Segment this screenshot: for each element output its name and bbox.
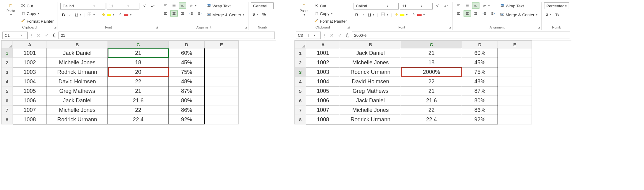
row-header-5[interactable]: 5 — [2, 86, 13, 96]
column-header-E[interactable]: E — [205, 41, 239, 48]
cell-D5[interactable]: 87% — [169, 86, 205, 96]
align-top-button[interactable] — [162, 2, 169, 9]
cell-B1[interactable]: Jack Daniel — [47, 48, 108, 58]
align-left-button[interactable] — [162, 10, 169, 17]
cell-E6[interactable] — [498, 96, 532, 105]
cell-A2[interactable]: 1002 — [306, 58, 340, 67]
dialog-launcher-icon[interactable]: ◢ — [347, 26, 350, 29]
column-header-B[interactable]: B — [340, 41, 401, 48]
paste-button[interactable]: Paste ▼ — [4, 2, 18, 17]
row-header-6[interactable]: 6 — [295, 96, 306, 105]
align-middle-button[interactable] — [170, 2, 178, 9]
cell-A4[interactable]: 1004 — [13, 77, 47, 86]
increase-font-button[interactable]: A — [141, 2, 148, 10]
align-right-button[interactable] — [179, 10, 186, 17]
dialog-launcher-icon[interactable]: ◢ — [538, 26, 540, 29]
formula-input[interactable]: 21 — [59, 32, 275, 39]
cell-D4[interactable]: 48% — [169, 77, 205, 86]
cell-A8[interactable]: 1008 — [13, 115, 47, 124]
italic-button[interactable]: I — [361, 12, 365, 18]
merge-center-button[interactable]: Merge & Center▾ — [498, 11, 539, 18]
cell-E8[interactable] — [205, 115, 239, 124]
cell-B5[interactable]: Greg Mathews — [340, 86, 401, 96]
cell-E4[interactable] — [205, 77, 239, 86]
cell-C7[interactable]: 22 — [108, 105, 169, 115]
align-center-button[interactable] — [464, 10, 471, 17]
cell-A4[interactable]: 1004 — [306, 77, 340, 86]
format-painter-button[interactable]: Format Painter — [20, 18, 55, 25]
cell-C2[interactable]: 18 — [401, 58, 462, 67]
font-color-button[interactable]: A▾ — [117, 11, 133, 18]
orientation-button[interactable]: ab▾ — [188, 2, 198, 9]
formula-input[interactable]: 2000% — [352, 32, 570, 39]
cell-E5[interactable] — [205, 86, 239, 96]
row-header-3[interactable]: 3 — [2, 67, 13, 77]
increase-font-button[interactable]: A — [434, 2, 441, 10]
italic-button[interactable]: I — [68, 12, 72, 18]
align-right-button[interactable] — [472, 10, 479, 17]
select-all-corner[interactable] — [2, 41, 13, 48]
cell-B1[interactable]: Jack Daniel — [340, 48, 401, 58]
paste-button[interactable]: Paste ▼ — [297, 2, 311, 17]
enter-formula-button[interactable]: ✓ — [44, 32, 50, 38]
align-center-button[interactable] — [170, 10, 178, 17]
fx-icon[interactable]: fx — [345, 32, 350, 38]
cell-A3[interactable]: 1003 — [13, 67, 47, 77]
cell-A6[interactable]: 1006 — [306, 96, 340, 105]
row-header-3[interactable]: 3 — [295, 67, 306, 77]
cell-E7[interactable] — [498, 105, 532, 115]
select-all-corner[interactable] — [295, 41, 306, 48]
fill-color-button[interactable]: ▾ — [393, 11, 409, 18]
decrease-indent-button[interactable] — [481, 10, 488, 17]
cell-C3[interactable]: 20 — [108, 67, 169, 77]
dialog-launcher-icon[interactable]: ◢ — [156, 26, 158, 29]
column-header-D[interactable]: D — [169, 41, 205, 48]
cell-C6[interactable]: 21.6 — [401, 96, 462, 105]
cell-D8[interactable]: 92% — [462, 115, 498, 124]
cell-E4[interactable] — [498, 77, 532, 86]
cell-A3[interactable]: 1003 — [306, 67, 340, 77]
cell-D3[interactable]: 75% — [169, 67, 205, 77]
row-header-1[interactable]: 1 — [2, 48, 13, 58]
column-header-A[interactable]: A — [13, 41, 47, 48]
cell-C8[interactable]: 22.4 — [401, 115, 462, 124]
cell-B5[interactable]: Greg Mathews — [47, 86, 108, 96]
cancel-formula-button[interactable]: ✕ — [328, 32, 335, 38]
cell-D1[interactable]: 60% — [169, 48, 205, 58]
cell-E3[interactable] — [205, 67, 239, 77]
column-header-C[interactable]: C — [401, 41, 462, 48]
cell-D2[interactable]: 45% — [169, 58, 205, 67]
column-header-E[interactable]: E — [498, 41, 532, 48]
row-header-5[interactable]: 5 — [295, 86, 306, 96]
dialog-launcher-icon[interactable]: ◢ — [449, 26, 451, 29]
number-format-combo[interactable]: General — [251, 2, 274, 9]
cell-C4[interactable]: 22 — [108, 77, 169, 86]
cell-B7[interactable]: Michelle Jones — [47, 105, 108, 115]
percent-button[interactable]: % — [261, 11, 267, 17]
increase-indent-button[interactable] — [489, 10, 497, 17]
underline-button[interactable]: U▾ — [73, 12, 82, 18]
name-box[interactable]: C1▾ — [2, 32, 28, 39]
dialog-launcher-icon[interactable]: ◢ — [54, 26, 56, 29]
orientation-button[interactable]: ab▾ — [481, 2, 491, 9]
row-header-2[interactable]: 2 — [2, 58, 13, 67]
fx-icon[interactable]: fx — [52, 32, 57, 38]
merge-center-button[interactable]: Merge & Center▾ — [205, 11, 246, 18]
cell-C5[interactable]: 21 — [108, 86, 169, 96]
cell-E8[interactable] — [498, 115, 532, 124]
copy-button[interactable]: Copy▾ — [313, 10, 348, 17]
copy-button[interactable]: Copy▾ — [20, 10, 55, 17]
name-box[interactable]: C3▾ — [296, 32, 321, 39]
cell-B3[interactable]: Rodrick Urmann — [47, 67, 108, 77]
row-header-1[interactable]: 1 — [295, 48, 306, 58]
cell-D2[interactable]: 45% — [462, 58, 498, 67]
cell-B6[interactable]: Jack Daniel — [340, 96, 401, 105]
cell-B7[interactable]: Michelle Jones — [340, 105, 401, 115]
format-painter-button[interactable]: Format Painter — [313, 18, 348, 25]
cut-button[interactable]: Cut — [20, 2, 55, 10]
borders-button[interactable]: ▾ — [86, 11, 96, 18]
cell-C2[interactable]: 18 — [108, 58, 169, 67]
cell-E2[interactable] — [498, 58, 532, 67]
number-format-combo[interactable]: Percentage — [544, 2, 569, 9]
cell-D1[interactable]: 60% — [462, 48, 498, 58]
